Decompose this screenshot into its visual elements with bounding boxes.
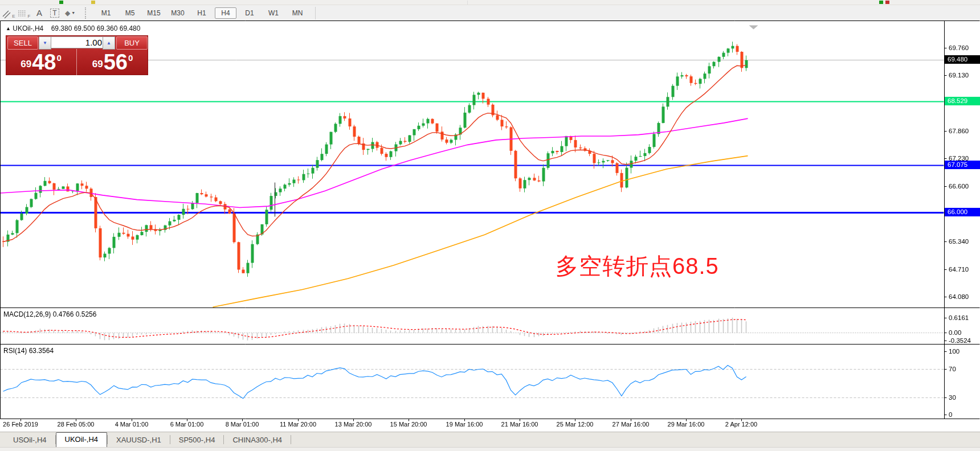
time-axis-label: 28 Feb 05:00 (58, 421, 95, 428)
text-label-icon[interactable]: A (32, 7, 46, 19)
trading-platform-window: E F A T ◆▼ M1M5M15M30H1H4D1W1MN ▲ UKOil-… (0, 0, 980, 451)
sell-price-sup: 0 (56, 53, 61, 63)
rsi-tick-label: 70 (949, 365, 979, 373)
price-line-badge: 67.075 (945, 161, 980, 169)
chart-tab-xauusd-h1[interactable]: XAUUSD-,H1 (108, 433, 170, 447)
arrows-tool-icon[interactable]: ◆▼ (63, 7, 77, 19)
time-axis-label: 21 Mar 16:00 (501, 421, 538, 428)
ohlc-header: ▲ UKOil-,H4 69.380 69.500 69.360 69.480 (6, 24, 140, 32)
price-tick-label: 65.340 (949, 237, 979, 245)
time-axis-label: 27 Mar 16:00 (612, 421, 650, 428)
timeframe-button-m1[interactable]: M1 (95, 7, 117, 19)
toolbar-fragment-yellow (91, 1, 95, 4)
time-axis-label: 29 Mar 16:00 (668, 421, 705, 428)
timeframe-button-h1[interactable]: H1 (191, 7, 213, 19)
time-axis-label: 13 Mar 20:00 (335, 421, 372, 428)
price-line-badge: 69.480 (945, 55, 980, 64)
price-tick-label: 66.600 (949, 182, 979, 190)
toolbar-fragment-green2 (879, 1, 883, 4)
chart-toolbar: E F A T ◆▼ M1M5M15M30H1H4D1W1MN (0, 5, 980, 21)
price-tick-label: 64.080 (949, 293, 979, 301)
timeframe-button-h4[interactable]: H4 (215, 7, 236, 19)
buy-button[interactable]: BUY (116, 36, 148, 50)
time-axis-label: 4 Mar 01:00 (115, 421, 149, 428)
tab-separator (291, 435, 291, 444)
volume-input[interactable] (51, 36, 105, 48)
buy-price-sup: 0 (128, 53, 133, 63)
toolbar-separator (315, 7, 316, 19)
rsi-tick-label: 0 (949, 411, 979, 419)
bottom-status-strip (0, 447, 980, 451)
volume-decrease-button[interactable]: ▼ (39, 36, 51, 50)
timeframe-button-m5[interactable]: M5 (119, 7, 141, 19)
buy-price-display[interactable]: 69 56 0 (77, 49, 148, 75)
sell-price-big: 48 (32, 51, 56, 73)
one-click-trade-panel: SELL ▼ ▲ BUY 69 48 0 69 56 0 (6, 35, 148, 75)
macd-indicator-label: MACD(12,26,9) 0.4766 0.5256 (3, 310, 96, 318)
toolbar-drag-handle[interactable] (85, 7, 89, 19)
macd-tick-label: 0.6161 (949, 314, 979, 322)
timeframe-button-group: M1M5M15M30H1H4D1W1MN (94, 7, 309, 19)
chart-tab-ukoil-h4[interactable]: UKOil-,H4 (56, 432, 108, 447)
chart-window: ▲ UKOil-,H4 69.380 69.500 69.360 69.480 … (0, 20, 980, 432)
chart-tab-bar: USOil-,H4UKOil-,H4XAUUSD-,H1SP500-,H4CHI… (0, 432, 980, 447)
price-line-badge: 68.529 (945, 97, 980, 105)
toolbar-fragment-sep (467, 1, 468, 5)
chart-tab-usoil-h4[interactable]: USOil-,H4 (5, 433, 55, 447)
toolbar-fragment-red (885, 1, 889, 4)
rsi-tick-label: 100 (949, 347, 979, 355)
price-tick-label: 64.710 (949, 265, 979, 273)
sell-price-prefix: 69 (21, 59, 31, 70)
time-axis-label: 15 Mar 20:00 (390, 421, 427, 428)
timeframe-button-w1[interactable]: W1 (263, 7, 284, 19)
macd-tick-label: 0.00 (949, 329, 979, 337)
timeframe-button-m15[interactable]: M15 (143, 7, 165, 19)
buy-price-prefix: 69 (92, 59, 103, 70)
sell-price-display[interactable]: 69 48 0 (6, 49, 77, 75)
time-axis-label: 25 Mar 12:00 (557, 421, 594, 428)
price-tick-label: 69.130 (949, 71, 979, 79)
up-arrow-icon: ▲ (6, 26, 11, 31)
chart-tab-china300-h4[interactable]: CHINA300-,H4 (224, 433, 291, 447)
time-axis-label: 19 Mar 16:00 (446, 421, 483, 428)
dropdown-caret-icon: ▼ (71, 11, 75, 15)
rsi-tick-label: 30 (949, 393, 979, 401)
timeframe-button-mn[interactable]: MN (287, 7, 308, 19)
timeframe-button-m30[interactable]: M30 (167, 7, 189, 19)
macd-tick-label: -0.3524 (949, 337, 979, 345)
symbol-period-label: UKOil-,H4 (13, 24, 43, 32)
time-axis-label: 11 Mar 20:00 (280, 421, 316, 428)
volume-increase-button[interactable]: ▲ (103, 36, 115, 50)
text-box-icon[interactable]: T (48, 7, 62, 19)
time-axis-label: 26 Feb 2019 (3, 421, 38, 428)
ohlc-values: 69.380 69.500 69.360 69.480 (51, 24, 141, 32)
buy-price-big: 56 (104, 51, 128, 73)
equidistant-channel-icon[interactable]: E (2, 7, 15, 19)
chart-tab-sp500-h4[interactable]: SP500-,H4 (170, 433, 224, 447)
rsi-indicator-label: RSI(14) 63.3564 (3, 347, 54, 355)
time-axis-label: 8 Mar 01:00 (226, 421, 259, 428)
chart-canvas[interactable] (0, 20, 980, 432)
price-tick-label: 67.860 (949, 127, 979, 135)
time-axis-label: 2 Apr 12:00 (725, 421, 757, 428)
clipped-upper-toolbar-strip (0, 0, 980, 5)
sell-button[interactable]: SELL (7, 36, 38, 50)
timeframe-button-d1[interactable]: D1 (239, 7, 260, 19)
fibonacci-retracement-icon[interactable]: F (17, 7, 31, 19)
price-line-badge: 66.000 (945, 208, 980, 216)
toolbar-fragment-green (59, 1, 63, 4)
chart-annotation-text: 多空转折点68.5 (556, 251, 719, 282)
time-axis-label: 6 Mar 01:00 (170, 421, 204, 428)
price-tick-label: 69.760 (949, 44, 979, 52)
